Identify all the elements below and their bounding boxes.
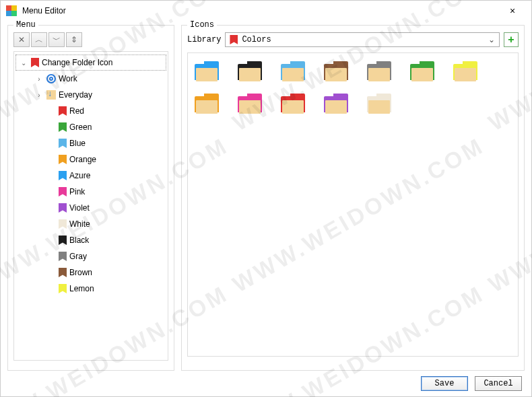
tree-item-label: Black [69, 236, 89, 245]
tree-item-label: Orange [69, 155, 96, 164]
tree-item-label: Violet [69, 203, 90, 213]
bookmark-icon [31, 58, 39, 67]
folder-icon-pink[interactable] [238, 94, 262, 114]
tree-root[interactable]: ⌄ Change Folder Icon [15, 55, 166, 71]
tree-item-label: Work [59, 74, 77, 83]
titlebar: Menu Editor × [1, 1, 531, 21]
download-icon [46, 90, 56, 100]
tree-item-label: Pink [69, 187, 85, 196]
bookmark-icon [59, 268, 67, 277]
bookmark-icon [59, 219, 67, 229]
library-value: Colors [242, 35, 271, 44]
folder-icon-black[interactable] [238, 61, 262, 81]
tree-item-orange[interactable]: ›Orange [14, 151, 168, 168]
folder-icon-blue[interactable] [281, 61, 305, 81]
folder-icon-azure[interactable] [195, 61, 219, 81]
bookmark-icon [230, 35, 238, 44]
tree-item-gray[interactable]: ›Gray [14, 248, 168, 264]
chevron-right-icon[interactable]: › [34, 74, 44, 83]
bookmark-icon [59, 106, 67, 116]
folder-icon-violet[interactable] [324, 94, 348, 114]
tree-item-label: Everyday [59, 90, 92, 100]
footer: Save Cancel [1, 371, 531, 396]
folder-icon-orange[interactable] [195, 94, 219, 114]
tree-item-label: Lemon [69, 284, 94, 293]
folder-icon-red[interactable] [281, 94, 305, 114]
tree-item-label: Azure [69, 171, 90, 180]
tree-item-white[interactable]: ›White [14, 216, 168, 232]
tree-root-label: Change Folder Icon [42, 58, 112, 67]
tree-item-lemon[interactable]: ›Lemon [14, 281, 168, 297]
tree-item-label: Blue [69, 139, 86, 148]
tree-item-azure[interactable]: ›Azure [14, 168, 168, 184]
move-up-button[interactable]: ︿ [31, 32, 47, 47]
save-button[interactable]: Save [421, 376, 468, 391]
gear-icon [46, 74, 56, 83]
tree-item-green[interactable]: ›Green [14, 119, 168, 135]
tree-item-blue[interactable]: ›Blue [14, 135, 168, 151]
icons-grid [187, 52, 519, 357]
delete-button[interactable]: ✕ [13, 32, 30, 47]
library-label: Library [187, 35, 221, 44]
close-button[interactable]: × [499, 1, 526, 20]
bookmark-icon [59, 236, 67, 245]
add-library-button[interactable]: + [504, 32, 519, 47]
bookmark-icon [59, 284, 67, 293]
library-select[interactable]: Colors [225, 32, 500, 47]
folder-icon-green[interactable] [410, 61, 434, 81]
bookmark-icon [59, 252, 67, 261]
tree-item-work[interactable]: ›Work [14, 71, 168, 87]
tree-item-black[interactable]: ›Black [14, 232, 168, 248]
folder-icon-lemon[interactable] [453, 61, 477, 81]
bookmark-icon [59, 171, 67, 180]
tree-item-pink[interactable]: ›Pink [14, 184, 168, 200]
tree-item-red[interactable]: ›Red [14, 103, 168, 119]
icons-panel: Icons Library Colors + [181, 25, 525, 371]
tree-item-label: Red [69, 106, 84, 116]
expand-button[interactable]: ⇕ [66, 32, 82, 47]
move-down-button[interactable]: ﹀ [48, 32, 65, 47]
folder-icon-white[interactable] [367, 94, 391, 114]
menu-toolbar: ✕ ︿ ﹀ ⇕ [13, 32, 168, 47]
bookmark-icon [59, 122, 67, 132]
menu-tree[interactable]: ⌄ Change Folder Icon ›Work›Everyday›Red›… [13, 51, 168, 361]
window-title: Menu Editor [22, 6, 499, 15]
chevron-down-icon[interactable]: ⌄ [19, 58, 28, 67]
menu-panel-label: Menu [13, 20, 38, 30]
tree-item-violet[interactable]: ›Violet [14, 200, 168, 216]
folder-icon-gray[interactable] [367, 61, 391, 81]
cancel-button[interactable]: Cancel [475, 376, 522, 391]
tree-item-everyday[interactable]: ›Everyday [14, 87, 168, 103]
menu-panel: Menu ✕ ︿ ﹀ ⇕ ⌄ Change Folder Icon ›Work›… [7, 25, 174, 371]
tree-item-brown[interactable]: ›Brown [14, 264, 168, 281]
bookmark-icon [59, 155, 67, 164]
app-icon [6, 5, 17, 16]
folder-icon-brown[interactable] [324, 61, 348, 81]
tree-item-label: Green [69, 122, 92, 132]
chevron-right-icon[interactable]: › [34, 90, 44, 100]
tree-item-label: Brown [69, 268, 92, 277]
icons-panel-label: Icons [187, 20, 217, 30]
tree-item-label: Gray [69, 252, 87, 261]
bookmark-icon [59, 187, 67, 196]
bookmark-icon [59, 139, 67, 148]
bookmark-icon [59, 203, 67, 213]
tree-item-label: White [69, 219, 90, 229]
